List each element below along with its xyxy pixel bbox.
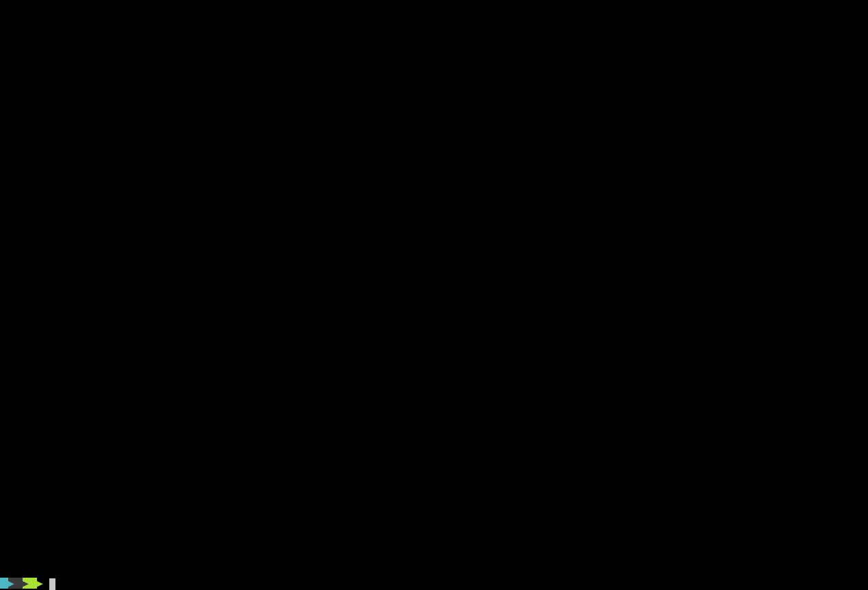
- prompt-bottom[interactable]: ▶▶▶: [0, 577, 868, 590]
- prompt-path: [14, 578, 23, 589]
- prompt-user: [0, 578, 8, 589]
- cursor-icon: [49, 578, 55, 590]
- prompt-branch: [29, 578, 37, 589]
